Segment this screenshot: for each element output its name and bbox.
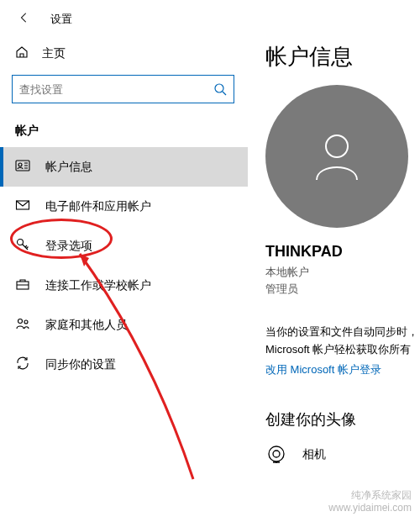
search-input-container[interactable]	[12, 75, 234, 103]
back-button[interactable]	[15, 8, 34, 29]
camera-icon	[265, 443, 287, 467]
nav-signin-options[interactable]: 登录选项	[0, 226, 248, 266]
svg-point-10	[273, 451, 280, 457]
search-icon	[213, 82, 227, 96]
nav-label: 登录选项	[45, 239, 92, 254]
ms-account-link[interactable]: 改用 Microsoft 帐户登录	[265, 362, 420, 377]
people-icon	[15, 316, 30, 334]
avatar	[265, 85, 408, 228]
sync-desc-2: Microsoft 帐户轻松获取你所有	[265, 341, 420, 359]
search-input[interactable]	[19, 83, 213, 96]
nav-label: 家庭和其他人员	[45, 318, 128, 333]
left-sidebar: 主页 帐户 帐户信息 电子邮件和应用帐户 登录选项 连接工作或学校帐户	[0, 39, 248, 384]
briefcase-icon	[15, 277, 30, 294]
nav-account-info[interactable]: 帐户信息	[0, 147, 248, 187]
svg-point-4	[18, 240, 24, 245]
nav-label: 帐户信息	[45, 160, 92, 175]
username: THINKPAD	[265, 243, 420, 261]
sync-desc-1: 当你的设置和文件自动同步时，	[265, 324, 420, 341]
detail-pane: 帐户信息 THINKPAD 本地帐户 管理员 当你的设置和文件自动同步时， Mi…	[265, 39, 420, 467]
home-label: 主页	[42, 46, 66, 61]
account-role: 管理员	[265, 281, 420, 298]
detail-title: 帐户信息	[265, 42, 420, 71]
account-local: 本地帐户	[265, 264, 420, 281]
watermark: 纯净系统家园 www.yidaimei.com	[328, 489, 412, 515]
svg-point-9	[269, 446, 284, 461]
email-icon	[15, 198, 30, 215]
svg-point-7	[24, 320, 28, 324]
nav-label: 同步你的设置	[45, 357, 116, 372]
svg-point-6	[18, 319, 23, 324]
nav-label: 连接工作或学校帐户	[45, 278, 151, 293]
nav-email-apps[interactable]: 电子邮件和应用帐户	[0, 187, 248, 226]
sync-icon	[15, 356, 30, 373]
home-icon	[15, 45, 29, 61]
camera-label: 相机	[302, 447, 326, 462]
nav-work-school[interactable]: 连接工作或学校帐户	[0, 266, 248, 305]
nav-sync[interactable]: 同步你的设置	[0, 345, 248, 384]
key-icon	[15, 237, 30, 255]
nav-label: 电子邮件和应用帐户	[45, 199, 151, 214]
nav-family[interactable]: 家庭和其他人员	[0, 305, 248, 345]
settings-title: 设置	[50, 12, 72, 27]
svg-point-2	[18, 163, 22, 166]
home-item[interactable]: 主页	[0, 39, 248, 68]
camera-option[interactable]: 相机	[265, 443, 420, 467]
create-avatar-title: 创建你的头像	[265, 409, 420, 430]
user-icon	[308, 128, 365, 185]
section-accounts-label: 帐户	[0, 112, 248, 147]
svg-point-0	[215, 84, 223, 92]
account-info-icon	[15, 158, 30, 176]
svg-point-8	[326, 135, 348, 157]
